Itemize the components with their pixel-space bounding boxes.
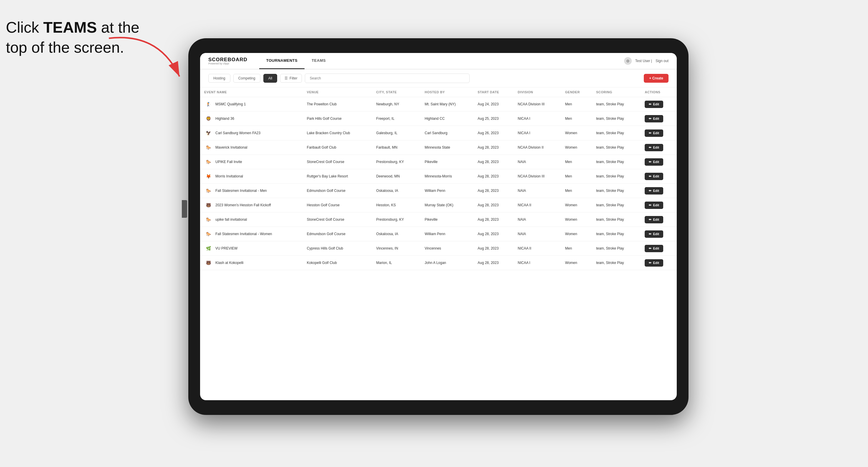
event-name-text: Maverick Invitational	[215, 145, 247, 150]
cell-actions: ✏ Edit	[641, 184, 677, 198]
cell-gender: Men	[561, 155, 592, 169]
tablet-screen: SCOREBOARD Powered by clippi TOURNAMENTS…	[200, 53, 677, 400]
cell-actions: ✏ Edit	[641, 198, 677, 213]
cell-actions: ✏ Edit	[641, 112, 677, 126]
event-icon: 🌿	[204, 244, 212, 252]
tournaments-table-container: EVENT NAME VENUE CITY, STATE HOSTED BY S…	[200, 87, 677, 400]
col-scoring: SCORING	[592, 87, 641, 97]
cell-division: NICAA I	[514, 112, 561, 126]
competing-filter-btn[interactable]: Competing	[233, 74, 260, 83]
cell-start-date: Aug 24, 2023	[473, 97, 514, 112]
event-icon: 🐎	[204, 187, 212, 195]
cell-scoring: team, Stroke Play	[592, 155, 641, 169]
event-name-text: Highland 36	[215, 117, 234, 121]
event-icon: 🦅	[204, 129, 212, 137]
cell-scoring: team, Stroke Play	[592, 112, 641, 126]
nav-right: ⚙ Test User | Sign out	[624, 57, 669, 65]
cell-start-date: Aug 28, 2023	[473, 184, 514, 198]
cell-city: Oskaloosa, IA	[372, 227, 421, 241]
edit-button[interactable]: ✏ Edit	[645, 201, 663, 209]
edit-button[interactable]: ✏ Edit	[645, 158, 663, 166]
cell-start-date: Aug 26, 2023	[473, 126, 514, 141]
all-filter-btn[interactable]: All	[264, 74, 277, 83]
cell-start-date: Aug 28, 2023	[473, 241, 514, 256]
edit-button[interactable]: ✏ Edit	[645, 216, 663, 223]
edit-button[interactable]: ✏ Edit	[645, 173, 663, 180]
create-button[interactable]: + Create	[644, 74, 669, 83]
cell-scoring: team, Stroke Play	[592, 241, 641, 256]
cell-scoring: team, Stroke Play	[592, 213, 641, 227]
cell-gender: Women	[561, 126, 592, 141]
event-icon: 🦁	[204, 115, 212, 123]
cell-actions: ✏ Edit	[641, 141, 677, 155]
cell-gender: Women	[561, 198, 592, 213]
search-container	[305, 73, 641, 83]
table-row: 🐎 UPIKE Fall Invite StoneCrest Golf Cour…	[200, 155, 677, 169]
cell-venue: Park Hills Golf Course	[303, 112, 372, 126]
table-row: 🐎 Maverick Invitational Faribault Golf C…	[200, 141, 677, 155]
edit-button[interactable]: ✏ Edit	[645, 245, 663, 252]
cell-division: NICAA I	[514, 126, 561, 141]
cell-venue: StoneCrest Golf Course	[303, 155, 372, 169]
cell-hosted-by: Mt. Saint Mary (NY)	[421, 97, 473, 112]
cell-division: NAIA	[514, 213, 561, 227]
cell-gender: Women	[561, 256, 592, 270]
cell-venue: Hesston Golf Course	[303, 198, 372, 213]
edit-label: Edit	[653, 117, 659, 120]
edit-label: Edit	[653, 203, 659, 207]
nav-tab-teams[interactable]: TEAMS	[305, 53, 333, 69]
edit-button[interactable]: ✏ Edit	[645, 101, 663, 108]
edit-button[interactable]: ✏ Edit	[645, 144, 663, 151]
cell-event-name: 🐻 Klash at Kokopelli	[200, 256, 303, 270]
instruction-line1: Click	[6, 19, 43, 36]
signout-link[interactable]: Sign out	[656, 59, 669, 63]
cell-venue: Lake Bracken Country Club	[303, 126, 372, 141]
cell-city: Oskaloosa, IA	[372, 184, 421, 198]
advanced-filter-btn[interactable]: ☰ Filter	[280, 74, 302, 83]
cell-venue: StoneCrest Golf Course	[303, 213, 372, 227]
cell-division: NICAA I	[514, 256, 561, 270]
edit-button[interactable]: ✏ Edit	[645, 187, 663, 194]
settings-icon[interactable]: ⚙	[624, 57, 632, 65]
cell-gender: Men	[561, 112, 592, 126]
event-name-text: 2023 Women's Hesston Fall Kickoff	[215, 203, 271, 207]
cell-city: Prestonsburg, KY	[372, 155, 421, 169]
table-row: 🦅 Carl Sandburg Women FA23 Lake Bracken …	[200, 126, 677, 141]
col-venue: VENUE	[303, 87, 372, 97]
edit-icon: ✏	[649, 117, 651, 121]
cell-city: Freeport, IL	[372, 112, 421, 126]
edit-button[interactable]: ✏ Edit	[645, 259, 663, 267]
cell-actions: ✏ Edit	[641, 155, 677, 169]
search-input[interactable]	[305, 73, 470, 83]
cell-start-date: Aug 28, 2023	[473, 256, 514, 270]
table-row: 🐎 Fall Statesmen Invitational - Men Edmu…	[200, 184, 677, 198]
cell-city: Galesburg, IL	[372, 126, 421, 141]
cell-division: NICAA II	[514, 198, 561, 213]
edit-button[interactable]: ✏ Edit	[645, 115, 663, 122]
cell-gender: Women	[561, 227, 592, 241]
cell-scoring: team, Stroke Play	[592, 97, 641, 112]
edit-label: Edit	[653, 160, 659, 164]
cell-event-name: 🦅 Carl Sandburg Women FA23	[200, 126, 303, 141]
nav-tabs: TOURNAMENTS TEAMS	[259, 53, 624, 69]
cell-hosted-by: Highland CC	[421, 112, 473, 126]
cell-city: Faribault, MN	[372, 141, 421, 155]
event-name-text: Klash at Kokopelli	[215, 261, 243, 265]
cell-division: NAIA	[514, 227, 561, 241]
edit-button[interactable]: ✏ Edit	[645, 129, 663, 137]
cell-event-name: 🐎 UPIKE Fall Invite	[200, 155, 303, 169]
cell-start-date: Aug 28, 2023	[473, 213, 514, 227]
logo-sub: Powered by clippi	[208, 62, 247, 65]
hosting-filter-btn[interactable]: Hosting	[208, 74, 230, 83]
cell-division: NCAA Division III	[514, 169, 561, 184]
event-name-text: Fall Statesmen Invitational - Women	[215, 232, 272, 236]
edit-button[interactable]: ✏ Edit	[645, 230, 663, 238]
cell-venue: Edmundson Golf Course	[303, 184, 372, 198]
cell-venue: Cypress Hills Golf Club	[303, 241, 372, 256]
cell-venue: Edmundson Golf Course	[303, 227, 372, 241]
edit-icon: ✏	[649, 218, 651, 222]
edit-icon: ✏	[649, 247, 651, 250]
nav-tab-tournaments[interactable]: TOURNAMENTS	[259, 53, 305, 69]
filter-bar: Hosting Competing All ☰ Filter + Create	[200, 69, 677, 87]
cell-division: NAIA	[514, 184, 561, 198]
